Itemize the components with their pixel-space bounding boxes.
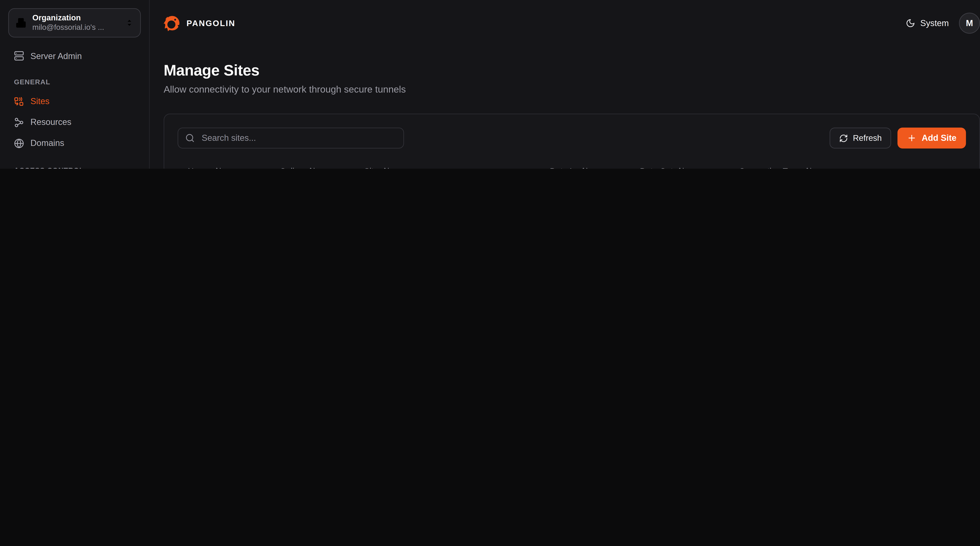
page-title: Manage Sites <box>164 62 980 80</box>
page-subtitle: Allow connectivity to your network throu… <box>164 84 980 94</box>
sidebar-section-access-control: ACCESS CONTROL Users Roles Invitations S… <box>8 166 141 169</box>
share-icon <box>14 117 24 127</box>
sort-icon <box>308 167 316 169</box>
moon-icon <box>906 18 915 28</box>
globe-icon <box>14 138 24 148</box>
server-icon <box>14 51 24 61</box>
search-icon <box>185 133 195 143</box>
column-header-data-in[interactable]: Data In <box>550 166 630 169</box>
sidebar-section-general: GENERAL Sites Resources Domains <box>8 78 141 153</box>
column-header-data-out[interactable]: Data Out <box>640 166 729 169</box>
sidebar-item-resources[interactable]: Resources <box>8 112 141 133</box>
org-switcher-subtitle: milo@fossorial.io's ... <box>32 23 104 32</box>
sort-icon <box>214 167 223 169</box>
topbar-right: System M <box>906 13 980 34</box>
sites-card: Refresh Add Site <box>164 113 980 169</box>
column-header-online[interactable]: Online <box>280 166 354 169</box>
column-header-actions <box>889 160 966 169</box>
refresh-icon <box>839 134 848 142</box>
sort-icon <box>805 167 813 169</box>
toolbar-actions: Refresh Add Site <box>829 128 966 148</box>
combine-icon <box>14 96 24 106</box>
sidebar-item-label: Sites <box>30 96 49 106</box>
app-root: Organization milo@fossorial.io's ... Ser… <box>0 0 980 169</box>
sidebar: Organization milo@fossorial.io's ... Ser… <box>0 0 150 169</box>
plus-icon <box>907 133 917 143</box>
column-label: Name <box>188 166 210 169</box>
org-switcher[interactable]: Organization milo@fossorial.io's ... <box>8 8 141 37</box>
table-header-row: Name Online Site Data In Data Out Connec… <box>178 160 966 169</box>
sort-icon <box>581 167 589 169</box>
theme-label: System <box>920 18 949 28</box>
sites-toolbar: Refresh Add Site <box>178 128 966 148</box>
refresh-label: Refresh <box>853 133 881 143</box>
column-label: Connection Type <box>739 166 801 169</box>
sidebar-item-sites[interactable]: Sites <box>8 91 141 112</box>
sort-icon <box>383 167 391 169</box>
add-site-label: Add Site <box>922 133 956 143</box>
avatar-initial: M <box>966 18 973 28</box>
column-header-site[interactable]: Site <box>364 166 539 169</box>
org-switcher-title: Organization <box>32 13 104 23</box>
building-icon <box>15 17 27 29</box>
column-label: Site <box>364 166 378 169</box>
topbar: PANGOLIN System M <box>164 13 980 34</box>
column-label: Data Out <box>640 166 673 169</box>
brand-logo-link[interactable]: PANGOLIN <box>164 14 235 32</box>
search-input[interactable] <box>200 133 396 144</box>
sidebar-item-label: Server Admin <box>30 51 82 61</box>
chevrons-up-down-icon <box>125 18 134 27</box>
avatar[interactable]: M <box>959 13 980 34</box>
theme-toggle[interactable]: System <box>906 18 949 28</box>
add-site-button[interactable]: Add Site <box>898 128 966 148</box>
section-label: ACCESS CONTROL <box>8 166 141 169</box>
column-label: Data In <box>550 166 577 169</box>
pangolin-logo-icon <box>164 14 181 32</box>
sidebar-item-domains[interactable]: Domains <box>8 133 141 153</box>
brand-name: PANGOLIN <box>186 18 235 28</box>
sort-icon <box>678 167 686 169</box>
refresh-button[interactable]: Refresh <box>829 128 891 148</box>
sidebar-item-server-admin[interactable]: Server Admin <box>8 46 141 65</box>
sidebar-item-label: Domains <box>30 138 64 148</box>
column-header-name[interactable]: Name <box>188 166 269 169</box>
column-label: Online <box>280 166 304 169</box>
sidebar-item-label: Resources <box>30 118 72 127</box>
column-header-connection-type[interactable]: Connection Type <box>739 166 889 169</box>
sites-table: Name Online Site Data In Data Out Connec… <box>178 160 966 169</box>
org-switcher-texts: Organization milo@fossorial.io's ... <box>32 13 104 32</box>
search-box <box>178 128 404 148</box>
main-content: PANGOLIN System M Manage Sites Allow con… <box>150 0 980 169</box>
section-label: GENERAL <box>8 78 141 86</box>
